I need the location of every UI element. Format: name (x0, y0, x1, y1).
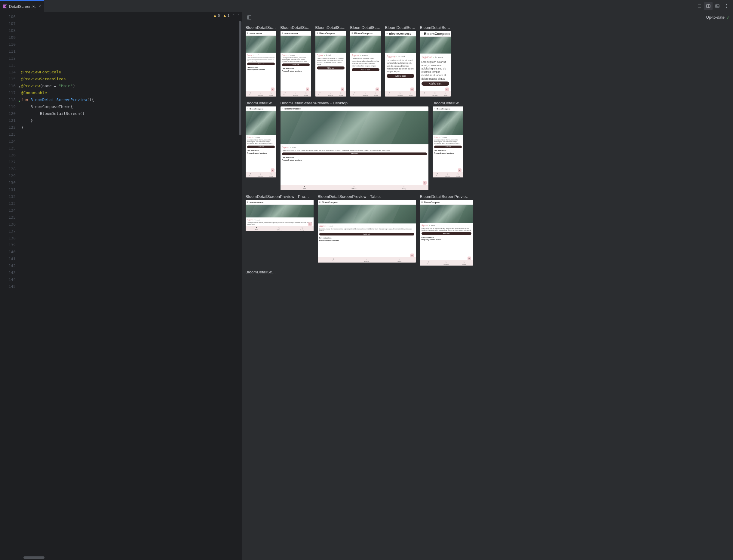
fab-edit[interactable]: ✎ (458, 168, 461, 172)
section-faq[interactable]: Frequently asked questions (319, 239, 414, 241)
add-to-cart-button[interactable]: Add to cart (319, 233, 414, 235)
nav-myplants[interactable]: ♡MyPlants (397, 92, 402, 96)
section-faq[interactable]: Frequently asked questions (282, 70, 310, 72)
fab-edit[interactable]: ✎ (271, 88, 275, 91)
preview-device[interactable]: ≡BloomComposeAgave✓In stockLorem ipsum d… (433, 106, 463, 177)
fab-edit[interactable]: ✎ (445, 88, 449, 91)
preview-device[interactable]: ≡BloomComposeAgave✓In stockLorem ipsum d… (420, 31, 451, 97)
section-care[interactable]: Care instructions (434, 150, 462, 152)
add-to-cart-button[interactable]: Add to cart (352, 68, 379, 71)
layout-icon[interactable] (245, 13, 254, 22)
nav-setting[interactable]: ♡Setting (300, 227, 304, 231)
fab-edit[interactable]: ✎ (341, 88, 344, 91)
fab-edit[interactable]: ✎ (308, 222, 312, 226)
code-editor[interactable]: ▲6 ▲1 ˄ ˅ 106107108109110111112113114115… (0, 12, 242, 560)
add-to-cart-button[interactable]: Add to cart (247, 63, 275, 65)
editor-tab[interactable]: DetailScreen.kt × (0, 0, 44, 12)
code-area[interactable]: @PreviewFontScale @PreviewScreenSizes @P… (21, 12, 242, 560)
nav-home[interactable]: ♥Home (249, 173, 252, 177)
nav-home[interactable]: ♥Home (284, 92, 287, 96)
chevron-up-icon[interactable]: ˄ (233, 13, 235, 18)
section-care[interactable]: Care instructions (247, 67, 275, 68)
fab-edit[interactable]: ✎ (467, 257, 471, 260)
section-care[interactable]: Care instructions (282, 68, 310, 69)
section-faq[interactable]: Frequently asked questions (247, 69, 275, 70)
nav-home[interactable]: ♥Home (332, 258, 335, 262)
section-care[interactable]: Care instructions (421, 236, 471, 238)
nav-myplants[interactable]: ♡MyPlants (258, 92, 263, 96)
nav-setting[interactable]: ♡Setting (409, 92, 412, 96)
nav-setting[interactable]: ♡Setting (339, 92, 343, 96)
preview-device[interactable]: ≡BloomComposeAgave✓In stockLorem ipsum d… (246, 31, 276, 97)
chevron-down-icon[interactable]: ˅ (238, 13, 240, 18)
preview-device[interactable]: ≡BloomComposeAgave✓In stockLorem ipsum d… (281, 106, 428, 190)
nav-home[interactable]: ♥Home (436, 173, 439, 177)
preview-device[interactable]: ≡BloomComposeAgave✓In stockLorem ipsum d… (350, 31, 381, 97)
line-gutter[interactable]: 106107108109110111112113114115116⚙117118… (0, 12, 21, 560)
nav-setting[interactable]: ♡Setting (462, 261, 466, 265)
preview-device[interactable]: ≡BloomComposeAgave✓In stockLorem ipsum d… (246, 106, 276, 177)
nav-setting[interactable]: ♡Setting (270, 173, 273, 177)
nav-setting[interactable]: ♡Setting (444, 92, 447, 96)
fab-edit[interactable]: ✎ (306, 88, 310, 91)
section-faq[interactable]: Frequently asked questions (434, 152, 462, 154)
nav-home[interactable]: ♥Home (388, 92, 391, 96)
preview-device[interactable]: ≡BloomComposeAgave✓In stockLorem ipsum d… (281, 31, 311, 97)
nav-myplants[interactable]: ♡MyPlants (364, 258, 368, 262)
view-design-icon[interactable] (713, 2, 722, 10)
nav-setting[interactable]: ♡Setting (456, 173, 460, 177)
nav-home[interactable]: ♥Home (423, 92, 426, 96)
nav-home[interactable]: ♥Home (249, 92, 252, 96)
nav-setting[interactable]: ♡Setting (374, 92, 377, 96)
section-faq[interactable]: Frequently asked questions (247, 152, 275, 154)
section-faq[interactable]: Frequently asked questions (421, 239, 471, 241)
preview-device[interactable]: ≡BloomComposeAgave✓In stockLorem ipsum d… (246, 200, 314, 231)
add-to-cart-button[interactable]: Add to cart (421, 232, 471, 235)
preview-device[interactable]: ≡BloomComposeAgave✓In stockLorem ipsum d… (385, 31, 416, 97)
add-to-cart-button[interactable]: Add to cart (386, 74, 414, 78)
preview-device[interactable]: ≡BloomComposeAgave✓In stockLorem ipsum d… (318, 200, 416, 263)
inspection-widget[interactable]: ▲6 ▲1 ˄ ˅ (213, 13, 240, 18)
view-list-icon[interactable] (695, 2, 704, 10)
preview-device[interactable]: ≡BloomComposeAgave✓In stockLorem ipsum d… (316, 31, 346, 97)
view-split-icon[interactable] (704, 2, 713, 10)
nav-home[interactable]: ♥Home (255, 227, 258, 231)
add-to-cart-button[interactable]: Add to cart (282, 152, 427, 155)
close-icon[interactable]: × (39, 4, 41, 9)
nav-setting[interactable]: ♡Setting (397, 258, 401, 262)
fab-edit[interactable]: ✎ (271, 168, 275, 172)
fab-edit[interactable]: ✎ (375, 88, 379, 91)
section-care[interactable]: Care instructions (282, 157, 427, 158)
preview-scroll[interactable]: BloomDetailSc… ≡BloomComposeAgave✓In sto… (242, 23, 733, 560)
section-care[interactable]: Care instructions (247, 150, 275, 152)
nav-myplants[interactable]: ♡MyPlants (443, 261, 448, 265)
horizontal-scrollbar[interactable] (23, 556, 45, 559)
preview-device[interactable]: ≡BloomComposeAgave✓In stockLorem ipsum d… (420, 200, 473, 266)
nav-myplants[interactable]: ♡MyPlants (258, 173, 263, 177)
nav-setting[interactable]: ♡Setting (304, 92, 308, 96)
nav-setting[interactable]: ♡Setting (270, 92, 273, 96)
add-to-cart-button[interactable]: Add to cart (434, 146, 462, 148)
nav-home[interactable]: ♥Home (426, 261, 430, 265)
section-faq[interactable]: Frequently asked questions (282, 159, 427, 161)
nav-myplants[interactable]: ♡MyPlants (277, 227, 282, 231)
fab-edit[interactable]: ✎ (410, 254, 414, 257)
add-to-cart-button[interactable]: Add to cart (317, 66, 345, 69)
add-to-cart-button[interactable]: Add to cart (247, 146, 275, 148)
vertical-scrollbar[interactable] (239, 21, 242, 135)
nav-myplants[interactable]: ♡MyPlants (432, 92, 437, 96)
nav-myplants[interactable]: ♡MyPlants (445, 173, 450, 177)
fab-edit[interactable]: ✎ (423, 181, 426, 185)
nav-setting[interactable]: ♡Setting (402, 186, 405, 189)
section-care[interactable]: Care instructions (319, 237, 414, 239)
more-options-icon[interactable] (722, 2, 731, 10)
nav-myplants[interactable]: ♡MyPlants (293, 92, 298, 96)
add-to-cart-button[interactable]: Add to cart (282, 63, 310, 66)
add-to-cart-button[interactable]: Add to cart (421, 82, 449, 86)
nav-home[interactable]: ♥Home (353, 92, 357, 96)
nav-myplants[interactable]: ♡MyPlants (352, 186, 356, 189)
nav-home[interactable]: ♥Home (319, 92, 322, 96)
fab-edit[interactable]: ✎ (410, 88, 414, 91)
nav-myplants[interactable]: ♡MyPlants (328, 92, 333, 96)
nav-myplants[interactable]: ♡MyPlants (363, 92, 367, 96)
